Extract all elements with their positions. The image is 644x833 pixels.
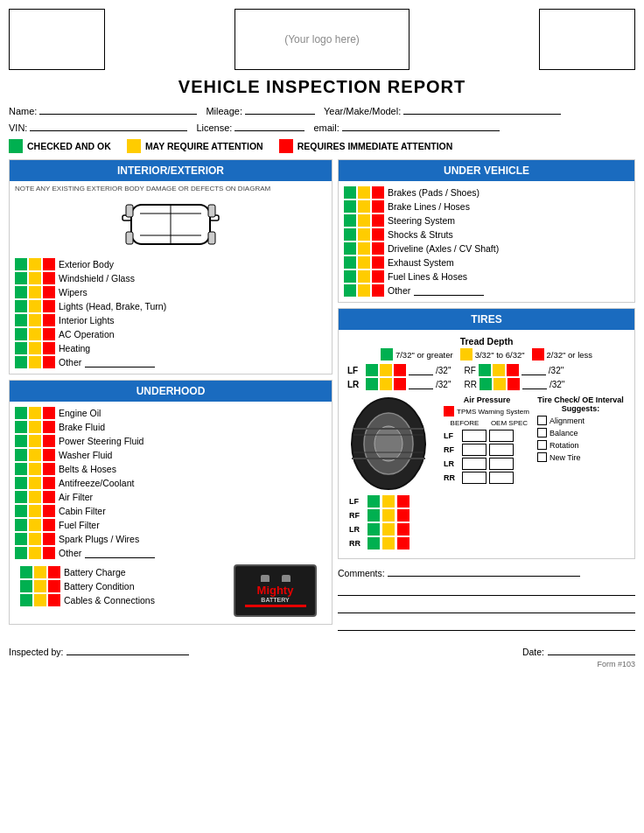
other-underline[interactable]: [85, 357, 155, 368]
g-checkbox[interactable]: [15, 477, 27, 489]
g-checkbox[interactable]: [344, 284, 356, 297]
y-checkbox[interactable]: [29, 258, 41, 270]
r-checkbox[interactable]: [43, 435, 55, 447]
air-rr-before[interactable]: [462, 472, 486, 484]
r-checkbox[interactable]: [372, 186, 384, 199]
y-checkbox[interactable]: [358, 284, 370, 297]
mileage-input[interactable]: [245, 102, 315, 115]
vin-input[interactable]: [30, 119, 187, 131]
y-checkbox[interactable]: [358, 186, 370, 199]
g-checkbox[interactable]: [20, 566, 32, 578]
y-checkbox[interactable]: [358, 228, 370, 241]
r-checkbox[interactable]: [372, 228, 384, 241]
g-checkbox[interactable]: [15, 272, 27, 284]
r-checkbox[interactable]: [372, 214, 384, 227]
lf-num[interactable]: [409, 365, 433, 375]
g-checkbox[interactable]: [15, 314, 27, 326]
r-checkbox[interactable]: [43, 342, 55, 354]
g-checkbox[interactable]: [15, 300, 27, 312]
r-checkbox[interactable]: [48, 566, 60, 578]
r-checkbox[interactable]: [372, 284, 384, 297]
rotation-checkbox[interactable]: [537, 440, 547, 450]
r-checkbox[interactable]: [372, 242, 384, 255]
balance-checkbox[interactable]: [537, 428, 547, 438]
y-checkbox[interactable]: [29, 519, 41, 531]
r-checkbox[interactable]: [43, 286, 55, 298]
other-underline[interactable]: [85, 548, 155, 558]
y-checkbox[interactable]: [29, 421, 41, 433]
r-checkbox[interactable]: [43, 272, 55, 284]
r-checkbox[interactable]: [43, 491, 55, 503]
r-checkbox[interactable]: [43, 547, 55, 559]
comment-line3[interactable]: [338, 601, 635, 613]
r-checkbox[interactable]: [372, 200, 384, 213]
license-input[interactable]: [234, 119, 304, 131]
comments-line1[interactable]: [388, 564, 580, 577]
year-make-model-input[interactable]: [403, 102, 561, 115]
air-rr-spec[interactable]: [489, 472, 514, 484]
g-checkbox[interactable]: [15, 435, 27, 447]
y-checkbox[interactable]: [358, 200, 370, 213]
email-input[interactable]: [342, 119, 500, 131]
r-checkbox[interactable]: [43, 533, 55, 545]
g-checkbox[interactable]: [15, 407, 27, 419]
y-checkbox[interactable]: [29, 272, 41, 284]
g-checkbox[interactable]: [344, 186, 356, 199]
y-checkbox[interactable]: [29, 491, 41, 503]
r-checkbox[interactable]: [43, 258, 55, 270]
r-checkbox[interactable]: [43, 505, 55, 517]
r-checkbox[interactable]: [372, 256, 384, 269]
y-checkbox[interactable]: [29, 463, 41, 475]
air-lr-before[interactable]: [462, 458, 486, 470]
y-checkbox[interactable]: [29, 300, 41, 312]
lr-num[interactable]: [409, 379, 433, 389]
y-checkbox[interactable]: [34, 566, 46, 578]
y-checkbox[interactable]: [29, 314, 41, 326]
y-checkbox[interactable]: [34, 594, 46, 606]
y-checkbox[interactable]: [29, 286, 41, 298]
g-checkbox[interactable]: [15, 463, 27, 475]
date-input[interactable]: [548, 643, 635, 655]
g-checkbox[interactable]: [344, 270, 356, 283]
g-checkbox[interactable]: [344, 214, 356, 227]
g-checkbox[interactable]: [344, 200, 356, 213]
g-checkbox[interactable]: [15, 356, 27, 368]
rr-num[interactable]: [522, 379, 547, 389]
g-checkbox[interactable]: [15, 533, 27, 545]
g-checkbox[interactable]: [15, 505, 27, 517]
r-checkbox[interactable]: [43, 356, 55, 368]
r-checkbox[interactable]: [43, 328, 55, 340]
g-checkbox[interactable]: [15, 286, 27, 298]
g-checkbox[interactable]: [20, 594, 32, 606]
y-checkbox[interactable]: [29, 328, 41, 340]
g-checkbox[interactable]: [15, 519, 27, 531]
g-checkbox[interactable]: [20, 580, 32, 592]
r-checkbox[interactable]: [43, 477, 55, 489]
y-checkbox[interactable]: [29, 342, 41, 354]
g-checkbox[interactable]: [344, 228, 356, 241]
r-checkbox[interactable]: [48, 580, 60, 592]
g-checkbox[interactable]: [15, 258, 27, 270]
inspected-by-input[interactable]: [66, 643, 189, 655]
y-checkbox[interactable]: [358, 242, 370, 255]
other-underline[interactable]: [414, 285, 484, 296]
y-checkbox[interactable]: [358, 270, 370, 283]
y-checkbox[interactable]: [29, 407, 41, 419]
air-rf-spec[interactable]: [489, 444, 514, 456]
y-checkbox[interactable]: [358, 256, 370, 269]
r-checkbox[interactable]: [48, 594, 60, 606]
y-checkbox[interactable]: [29, 547, 41, 559]
y-checkbox[interactable]: [29, 356, 41, 368]
g-checkbox[interactable]: [344, 242, 356, 255]
y-checkbox[interactable]: [358, 214, 370, 227]
rf-num[interactable]: [522, 365, 546, 375]
r-checkbox[interactable]: [43, 421, 55, 433]
g-checkbox[interactable]: [15, 421, 27, 433]
y-checkbox[interactable]: [29, 533, 41, 545]
y-checkbox[interactable]: [34, 580, 46, 592]
comment-line4[interactable]: [338, 619, 635, 631]
new-tire-checkbox[interactable]: [537, 452, 547, 462]
y-checkbox[interactable]: [29, 477, 41, 489]
alignment-checkbox[interactable]: [537, 416, 547, 425]
r-checkbox[interactable]: [43, 407, 55, 419]
